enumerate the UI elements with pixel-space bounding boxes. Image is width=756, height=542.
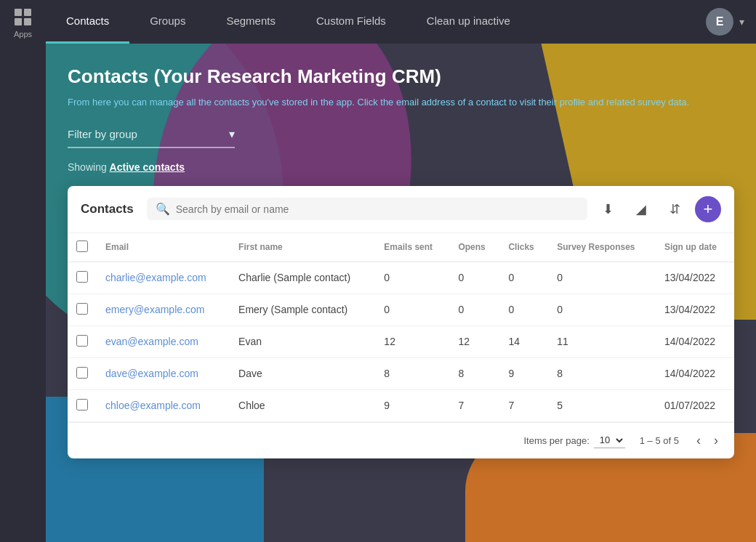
col-first-name: First name <box>230 233 375 262</box>
apps-grid-icon[interactable] <box>15 9 32 25</box>
row-sign-up-date: 14/04/2022 <box>656 357 734 389</box>
row-checkbox-cell <box>68 262 97 294</box>
tab-contacts[interactable]: Contacts <box>46 0 129 44</box>
table-row: dave@example.com Dave 8 8 9 8 14/04/2022 <box>68 357 734 389</box>
row-survey-responses: 0 <box>548 294 656 325</box>
pagination: Items per page: 10 25 50 1 – 5 of 5 ‹ › <box>68 422 734 458</box>
row-emails-sent: 0 <box>375 262 449 294</box>
select-all-checkbox[interactable] <box>76 240 88 252</box>
top-navigation: Contacts Groups Segments Custom Fields C… <box>46 0 756 44</box>
row-first-name: Emery (Sample contact) <box>230 294 375 325</box>
row-checkbox[interactable] <box>76 335 88 347</box>
tab-custom-fields[interactable]: Custom Fields <box>296 0 406 44</box>
items-per-page-select[interactable]: 10 25 50 <box>594 432 625 448</box>
row-sign-up-date: 01/07/2022 <box>656 389 734 421</box>
row-checkbox[interactable] <box>76 271 88 283</box>
row-opens: 0 <box>449 294 499 325</box>
filter-label: Filter by group <box>68 128 229 140</box>
row-opens: 12 <box>449 325 499 357</box>
table-row: chloe@example.com Chloe 9 7 7 5 01/07/20… <box>68 389 734 421</box>
tab-segments[interactable]: Segments <box>206 0 296 44</box>
row-sign-up-date: 13/04/2022 <box>656 294 734 325</box>
col-email: Email <box>97 233 230 262</box>
table-toolbar: Contacts 🔍 ⬇ ◢ ⇵ + <box>68 186 734 233</box>
table-row: emery@example.com Emery (Sample contact)… <box>68 294 734 325</box>
tab-groups[interactable]: Groups <box>129 0 206 44</box>
avatar-dropdown-chevron[interactable]: ▾ <box>739 16 744 28</box>
row-email[interactable]: evan@example.com <box>97 325 230 357</box>
row-clicks: 0 <box>499 262 548 294</box>
filter-button[interactable]: ◢ <box>628 196 654 222</box>
col-opens: Opens <box>449 233 499 262</box>
apps-label: Apps <box>14 30 32 39</box>
row-first-name: Chloe <box>230 389 375 421</box>
row-survey-responses: 5 <box>548 389 656 421</box>
select-all-header <box>68 233 97 262</box>
nav-tabs: Contacts Groups Segments Custom Fields C… <box>46 0 531 44</box>
table-row: evan@example.com Evan 12 12 14 11 14/04/… <box>68 325 734 357</box>
download-button[interactable]: ⬇ <box>595 196 621 222</box>
col-sign-up-date: Sign up date <box>656 233 734 262</box>
row-emails-sent: 8 <box>375 357 449 389</box>
tab-clean-up-inactive[interactable]: Clean up inactive <box>406 0 531 44</box>
page-info: 1 – 5 of 5 <box>640 435 679 446</box>
filter-by-group-dropdown[interactable]: Filter by group ▾ <box>68 127 235 148</box>
row-survey-responses: 11 <box>548 325 656 357</box>
row-clicks: 7 <box>499 389 548 421</box>
row-opens: 0 <box>449 262 499 294</box>
row-clicks: 0 <box>499 294 548 325</box>
main-content: Contacts (Your Research Marketing CRM) F… <box>46 44 756 542</box>
table-title: Contacts <box>81 202 134 217</box>
row-checkbox-cell <box>68 294 97 325</box>
desc-before: From here you can manage all the contact… <box>68 97 396 108</box>
row-clicks: 9 <box>499 357 548 389</box>
next-page-button[interactable]: › <box>711 432 721 450</box>
row-checkbox-cell <box>68 389 97 421</box>
row-first-name: Evan <box>230 325 375 357</box>
row-checkbox-cell <box>68 357 97 389</box>
row-checkbox[interactable] <box>76 367 88 379</box>
row-clicks: 14 <box>499 325 548 357</box>
row-email[interactable]: emery@example.com <box>97 294 230 325</box>
showing-prefix: Showing <box>68 161 110 173</box>
active-contacts-link[interactable]: Active contacts <box>110 161 185 173</box>
col-emails-sent: Emails sent <box>375 233 449 262</box>
page-title: Contacts (Your Research Marketing CRM) <box>68 65 734 88</box>
sidebar: Apps <box>0 0 46 542</box>
row-email[interactable]: dave@example.com <box>97 357 230 389</box>
items-per-page-label: Items per page: <box>523 435 589 446</box>
row-emails-sent: 12 <box>375 325 449 357</box>
showing-text: Showing Active contacts <box>68 161 734 173</box>
sort-button[interactable]: ⇵ <box>662 196 688 222</box>
filter-chevron-icon: ▾ <box>229 127 235 141</box>
prev-page-button[interactable]: ‹ <box>693 432 704 450</box>
contacts-table-card: Contacts 🔍 ⬇ ◢ ⇵ + <box>68 186 734 458</box>
row-survey-responses: 8 <box>548 357 656 389</box>
row-checkbox[interactable] <box>76 303 88 315</box>
row-sign-up-date: 13/04/2022 <box>656 262 734 294</box>
add-contact-button[interactable]: + <box>695 196 721 222</box>
row-opens: 7 <box>449 389 499 421</box>
avatar[interactable]: E <box>706 8 733 36</box>
page-content: Contacts (Your Research Marketing CRM) F… <box>68 65 734 458</box>
search-input[interactable] <box>176 203 579 215</box>
row-email[interactable]: charlie@example.com <box>97 262 230 294</box>
row-first-name: Charlie (Sample contact) <box>230 262 375 294</box>
row-emails-sent: 9 <box>375 389 449 421</box>
search-wrapper: 🔍 <box>147 198 587 220</box>
row-emails-sent: 0 <box>375 294 449 325</box>
search-icon: 🔍 <box>156 202 170 216</box>
row-email[interactable]: chloe@example.com <box>97 389 230 421</box>
items-per-page: Items per page: 10 25 50 <box>523 432 624 448</box>
row-sign-up-date: 14/04/2022 <box>656 325 734 357</box>
desc-after: to visit their profile and related surve… <box>507 97 689 108</box>
row-checkbox-cell <box>68 325 97 357</box>
row-checkbox[interactable] <box>76 399 88 410</box>
desc-highlight: email address of a contact <box>396 97 507 108</box>
page-description: From here you can manage all the contact… <box>68 95 734 110</box>
table-row: charlie@example.com Charlie (Sample cont… <box>68 262 734 294</box>
row-first-name: Dave <box>230 357 375 389</box>
table-header-row: Email First name Emails sent Opens Click… <box>68 233 734 262</box>
col-survey-responses: Survey Responses <box>548 233 656 262</box>
row-opens: 8 <box>449 357 499 389</box>
